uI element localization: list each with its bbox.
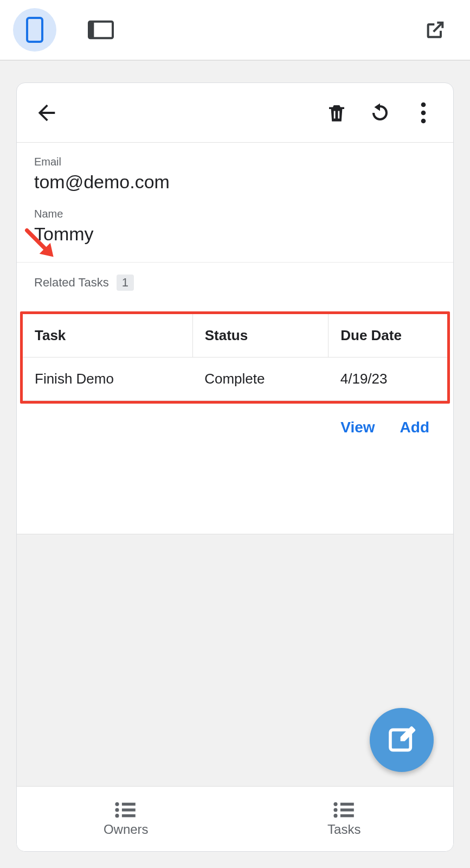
related-tasks-count: 1 [117,275,134,291]
empty-area [17,534,453,786]
col-header-due[interactable]: Due Date [329,314,447,358]
more-vert-icon [421,102,426,124]
nav-tasks-label: Tasks [327,822,360,837]
svg-rect-16 [122,814,136,817]
edit-fab[interactable] [370,708,434,772]
svg-point-5 [421,102,426,107]
refresh-button[interactable] [365,98,395,127]
table-row[interactable]: Finish Demo Complete 4/19/23 [23,358,447,401]
email-value: tom@demo.com [34,171,436,193]
nav-owners-label: Owners [104,822,149,837]
arrow-back-icon [34,100,59,125]
svg-rect-0 [27,18,42,42]
svg-point-11 [115,802,119,806]
svg-rect-4 [338,111,339,118]
svg-point-13 [115,808,119,812]
svg-rect-3 [334,111,336,118]
refresh-icon [369,101,391,124]
svg-point-6 [421,110,426,115]
nav-tasks[interactable]: Tasks [235,787,454,851]
mobile-preview-button[interactable] [13,8,56,52]
email-label: Email [34,156,436,168]
cell-status: Complete [192,358,329,401]
svg-point-21 [333,814,337,818]
cell-due: 4/19/23 [329,358,447,401]
edit-icon [387,725,417,755]
svg-rect-2 [89,22,94,39]
col-header-status[interactable]: Status [192,314,329,358]
open-external-button[interactable] [414,8,457,52]
svg-rect-12 [122,802,136,805]
cell-task: Finish Demo [23,358,192,401]
content-spacer [17,436,453,534]
table-actions: View Add [17,407,453,436]
overflow-menu-button[interactable] [409,98,438,127]
preview-area: Email tom@demo.com Name Tommy Related Ta… [0,61,470,868]
svg-rect-22 [340,814,354,817]
add-button[interactable]: Add [400,419,429,436]
nav-owners[interactable]: Owners [17,787,235,851]
svg-rect-18 [340,802,354,805]
delete-button[interactable] [322,98,351,127]
device-preview-toolbar [0,0,470,61]
list-icon [114,801,138,819]
record-details: Email tom@demo.com Name Tommy [17,143,453,262]
trash-icon [325,101,348,124]
open-in-new-icon [424,19,446,41]
col-header-task[interactable]: Task [23,314,192,358]
svg-point-19 [333,808,337,812]
name-value: Tommy [34,224,436,245]
device-toggle-group [13,8,123,52]
list-icon [332,801,356,819]
svg-rect-14 [122,808,136,811]
mobile-icon [25,17,44,43]
annotation-highlight-box: Task Status Due Date Finish Demo Complet… [20,311,450,404]
svg-point-7 [421,118,426,123]
svg-rect-20 [340,808,354,811]
related-tasks-header: Related Tasks 1 [17,263,453,296]
svg-point-15 [115,814,119,818]
tablet-icon [88,20,114,40]
related-tasks-title: Related Tasks [34,276,109,290]
related-tasks-table: Task Status Due Date Finish Demo Complet… [23,314,447,401]
tablet-preview-button[interactable] [79,8,123,52]
back-button[interactable] [32,98,61,127]
svg-point-17 [333,802,337,806]
name-label: Name [34,208,436,220]
view-button[interactable]: View [340,419,375,436]
app-bar [17,83,453,143]
app-screen: Email tom@demo.com Name Tommy Related Ta… [16,82,454,852]
bottom-nav: Owners Tasks [17,786,453,851]
